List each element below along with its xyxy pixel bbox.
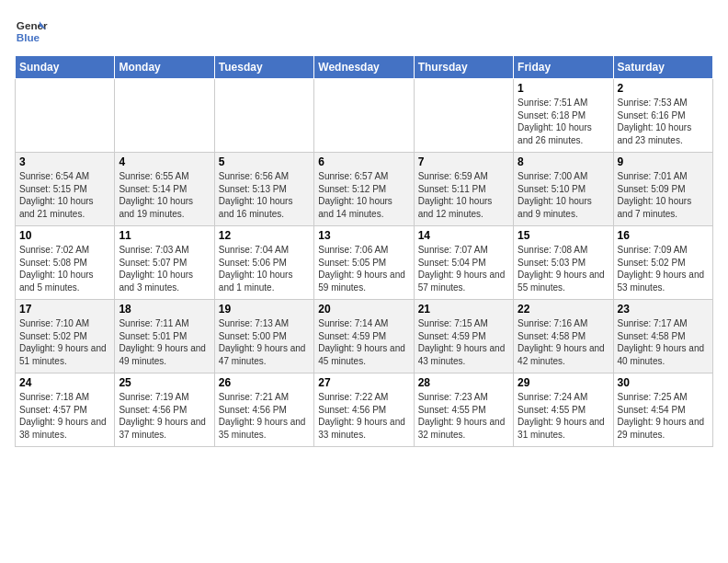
day-info: Sunrise: 6:55 AM Sunset: 5:14 PM Dayligh… [119, 170, 210, 220]
calendar-cell: 29Sunrise: 7:24 AM Sunset: 4:55 PM Dayli… [514, 373, 613, 447]
day-number: 1 [518, 82, 609, 95]
calendar-cell: 8Sunrise: 7:00 AM Sunset: 5:10 PM Daylig… [514, 153, 613, 226]
calendar-cell: 26Sunrise: 7:21 AM Sunset: 4:56 PM Dayli… [214, 373, 313, 447]
calendar-cell: 10Sunrise: 7:02 AM Sunset: 5:08 PM Dayli… [16, 226, 115, 300]
day-info: Sunrise: 7:04 AM Sunset: 5:06 PM Dayligh… [219, 244, 310, 293]
calendar-cell: 17Sunrise: 7:10 AM Sunset: 5:02 PM Dayli… [16, 300, 115, 373]
svg-text:Blue: Blue [17, 31, 40, 43]
day-info: Sunrise: 7:18 AM Sunset: 4:57 PM Dayligh… [19, 391, 110, 441]
day-info: Sunrise: 7:02 AM Sunset: 5:08 PM Dayligh… [19, 244, 110, 293]
day-number: 16 [618, 229, 709, 242]
day-number: 21 [418, 303, 509, 316]
day-info: Sunrise: 7:17 AM Sunset: 4:58 PM Dayligh… [618, 317, 709, 367]
day-number: 11 [119, 229, 210, 242]
day-number: 23 [618, 303, 709, 316]
calendar-week-row: 3Sunrise: 6:54 AM Sunset: 5:15 PM Daylig… [16, 153, 713, 226]
day-info: Sunrise: 6:57 AM Sunset: 5:12 PM Dayligh… [318, 170, 409, 220]
calendar-table: SundayMondayTuesdayWednesdayThursdayFrid… [15, 55, 713, 447]
calendar-cell [414, 79, 513, 153]
day-info: Sunrise: 6:56 AM Sunset: 5:13 PM Dayligh… [219, 170, 310, 220]
day-number: 30 [618, 376, 709, 389]
calendar-week-row: 1Sunrise: 7:51 AM Sunset: 6:18 PM Daylig… [16, 79, 713, 153]
weekday-header: Sunday [16, 56, 115, 79]
day-info: Sunrise: 7:23 AM Sunset: 4:55 PM Dayligh… [418, 391, 509, 441]
day-info: Sunrise: 7:07 AM Sunset: 5:04 PM Dayligh… [418, 244, 509, 293]
calendar-cell: 21Sunrise: 7:15 AM Sunset: 4:59 PM Dayli… [414, 300, 513, 373]
day-info: Sunrise: 7:01 AM Sunset: 5:09 PM Dayligh… [618, 170, 709, 220]
day-number: 29 [518, 376, 609, 389]
day-info: Sunrise: 7:21 AM Sunset: 4:56 PM Dayligh… [219, 391, 310, 441]
day-number: 12 [219, 229, 310, 242]
weekday-header: Thursday [414, 56, 513, 79]
day-number: 15 [518, 229, 609, 242]
day-number: 13 [318, 229, 409, 242]
weekday-header: Tuesday [214, 56, 313, 79]
day-info: Sunrise: 6:59 AM Sunset: 5:11 PM Dayligh… [418, 170, 509, 220]
calendar-cell: 7Sunrise: 6:59 AM Sunset: 5:11 PM Daylig… [414, 153, 513, 226]
logo-icon: General Blue [15, 15, 48, 48]
calendar-cell: 20Sunrise: 7:14 AM Sunset: 4:59 PM Dayli… [314, 300, 414, 373]
day-info: Sunrise: 7:22 AM Sunset: 4:56 PM Dayligh… [318, 391, 409, 441]
day-number: 6 [318, 155, 409, 168]
day-number: 18 [119, 303, 210, 316]
day-number: 27 [318, 376, 409, 389]
day-number: 20 [318, 303, 409, 316]
calendar-cell: 30Sunrise: 7:25 AM Sunset: 4:54 PM Dayli… [613, 373, 712, 447]
page-header: General Blue [15, 15, 713, 48]
day-number: 5 [219, 155, 310, 168]
day-info: Sunrise: 7:14 AM Sunset: 4:59 PM Dayligh… [318, 317, 409, 367]
day-number: 10 [19, 229, 110, 242]
calendar-cell: 11Sunrise: 7:03 AM Sunset: 5:07 PM Dayli… [115, 226, 214, 300]
day-info: Sunrise: 6:54 AM Sunset: 5:15 PM Dayligh… [19, 170, 110, 220]
day-number: 4 [119, 155, 210, 168]
calendar-cell [115, 79, 214, 153]
day-number: 2 [618, 82, 709, 95]
calendar-cell: 2Sunrise: 7:53 AM Sunset: 6:16 PM Daylig… [613, 79, 712, 153]
day-number: 28 [418, 376, 509, 389]
calendar-cell: 1Sunrise: 7:51 AM Sunset: 6:18 PM Daylig… [514, 79, 613, 153]
day-info: Sunrise: 7:06 AM Sunset: 5:05 PM Dayligh… [318, 244, 409, 293]
day-number: 14 [418, 229, 509, 242]
day-info: Sunrise: 7:25 AM Sunset: 4:54 PM Dayligh… [618, 391, 709, 441]
calendar-cell: 16Sunrise: 7:09 AM Sunset: 5:02 PM Dayli… [613, 226, 712, 300]
calendar-cell [314, 79, 414, 153]
weekday-header: Wednesday [314, 56, 414, 79]
day-number: 25 [119, 376, 210, 389]
calendar-cell: 14Sunrise: 7:07 AM Sunset: 5:04 PM Dayli… [414, 226, 513, 300]
weekday-header-row: SundayMondayTuesdayWednesdayThursdayFrid… [16, 56, 713, 79]
day-number: 3 [19, 155, 110, 168]
day-info: Sunrise: 7:24 AM Sunset: 4:55 PM Dayligh… [518, 391, 609, 441]
day-info: Sunrise: 7:13 AM Sunset: 5:00 PM Dayligh… [219, 317, 310, 367]
day-info: Sunrise: 7:11 AM Sunset: 5:01 PM Dayligh… [119, 317, 210, 367]
calendar-cell: 23Sunrise: 7:17 AM Sunset: 4:58 PM Dayli… [613, 300, 712, 373]
day-info: Sunrise: 7:19 AM Sunset: 4:56 PM Dayligh… [119, 391, 210, 441]
calendar-week-row: 17Sunrise: 7:10 AM Sunset: 5:02 PM Dayli… [16, 300, 713, 373]
day-number: 19 [219, 303, 310, 316]
calendar-cell: 15Sunrise: 7:08 AM Sunset: 5:03 PM Dayli… [514, 226, 613, 300]
calendar-cell: 19Sunrise: 7:13 AM Sunset: 5:00 PM Dayli… [214, 300, 313, 373]
day-number: 26 [219, 376, 310, 389]
calendar-cell: 28Sunrise: 7:23 AM Sunset: 4:55 PM Dayli… [414, 373, 513, 447]
weekday-header: Friday [514, 56, 613, 79]
day-info: Sunrise: 7:00 AM Sunset: 5:10 PM Dayligh… [518, 170, 609, 220]
day-number: 8 [518, 155, 609, 168]
calendar-cell: 12Sunrise: 7:04 AM Sunset: 5:06 PM Dayli… [214, 226, 313, 300]
svg-text:General: General [17, 19, 48, 31]
calendar-cell: 4Sunrise: 6:55 AM Sunset: 5:14 PM Daylig… [115, 153, 214, 226]
calendar-cell: 27Sunrise: 7:22 AM Sunset: 4:56 PM Dayli… [314, 373, 414, 447]
day-info: Sunrise: 7:15 AM Sunset: 4:59 PM Dayligh… [418, 317, 509, 367]
calendar-cell: 5Sunrise: 6:56 AM Sunset: 5:13 PM Daylig… [214, 153, 313, 226]
calendar-cell: 22Sunrise: 7:16 AM Sunset: 4:58 PM Dayli… [514, 300, 613, 373]
weekday-header: Monday [115, 56, 214, 79]
day-info: Sunrise: 7:53 AM Sunset: 6:16 PM Dayligh… [618, 97, 709, 146]
day-number: 24 [19, 376, 110, 389]
day-number: 22 [518, 303, 609, 316]
calendar-cell: 25Sunrise: 7:19 AM Sunset: 4:56 PM Dayli… [115, 373, 214, 447]
day-info: Sunrise: 7:08 AM Sunset: 5:03 PM Dayligh… [518, 244, 609, 293]
calendar-cell: 18Sunrise: 7:11 AM Sunset: 5:01 PM Dayli… [115, 300, 214, 373]
day-number: 17 [19, 303, 110, 316]
calendar-cell [214, 79, 313, 153]
calendar-cell [16, 79, 115, 153]
logo: General Blue [15, 15, 48, 48]
calendar-cell: 6Sunrise: 6:57 AM Sunset: 5:12 PM Daylig… [314, 153, 414, 226]
